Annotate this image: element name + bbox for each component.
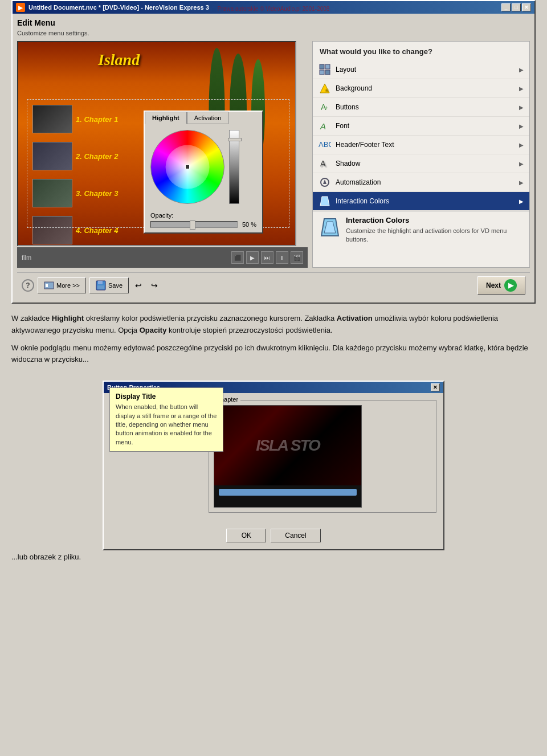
preview-icon-3[interactable]: ⏭ xyxy=(261,251,274,264)
menu-item-label-layout: Layout xyxy=(336,66,515,73)
menu-item-interaction-colors[interactable]: Interaction Colors ▶ xyxy=(313,192,529,211)
brightness-slider[interactable] xyxy=(229,130,239,204)
description-para1: W zakładce Highlight określamy kolor pod… xyxy=(11,313,536,337)
menu-item-label-background: Background xyxy=(336,84,515,92)
opacity-label: Opacity: xyxy=(150,212,256,219)
next-icon: ▶ xyxy=(504,279,517,292)
svg-rect-19 xyxy=(98,281,103,284)
save-button[interactable]: Save xyxy=(89,277,129,293)
minimize-button[interactable]: _ xyxy=(501,3,511,11)
menu-arrow-layout: ▶ xyxy=(519,67,524,73)
color-picker-popup: Highlight Activation Opaci xyxy=(144,111,263,234)
svg-marker-13 xyxy=(320,197,329,206)
next-label: Next xyxy=(486,281,501,289)
page-title: Edit Menu xyxy=(17,18,530,27)
preview-icon-1[interactable]: ⬛ xyxy=(231,251,244,264)
undo-button[interactable]: ↩ xyxy=(132,279,145,292)
svg-text:+: + xyxy=(325,105,328,111)
menu-item-label-header-footer: Header/Footer Text xyxy=(336,141,515,149)
ok-button[interactable]: OK xyxy=(226,529,266,542)
help-button[interactable]: ? xyxy=(22,279,34,292)
menu-item-label-buttons: Buttons xyxy=(336,103,515,111)
svg-rect-0 xyxy=(320,64,324,69)
svg-text:ABC: ABC xyxy=(319,140,331,149)
window-title: Untitled Document.nvc * [DVD-Video] - Ne… xyxy=(28,4,209,11)
svg-rect-20 xyxy=(97,285,104,289)
save-label: Save xyxy=(108,282,123,289)
maximize-button[interactable]: □ xyxy=(512,3,521,11)
info-big-icon xyxy=(319,216,341,239)
menu-arrow-buttons: ▶ xyxy=(519,104,524,111)
tooltip-title: Display Title xyxy=(116,393,217,401)
app-icon: ▶ xyxy=(16,3,25,12)
svg-text:★: ★ xyxy=(324,87,329,93)
chapter-preview-image: ISLA STO xyxy=(214,406,361,485)
tab-activation[interactable]: Activation xyxy=(187,112,229,124)
menu-item-buttons[interactable]: A+ Buttons ▶ xyxy=(313,98,529,117)
buttons-icon: A+ xyxy=(319,101,331,113)
preview-icon-4[interactable]: ⏸ xyxy=(276,251,288,264)
opacity-track[interactable] xyxy=(150,221,238,228)
menu-item-shadow[interactable]: A Shadow ▶ xyxy=(313,154,529,173)
menu-item-layout[interactable]: Layout ▶ xyxy=(313,60,529,79)
menu-arrow-header-footer: ▶ xyxy=(519,142,524,148)
menu-item-font[interactable]: A Font ▶ xyxy=(313,117,529,136)
tooltip-text: When enabled, the button will display a … xyxy=(116,403,217,447)
opacity-bold: Opacity xyxy=(140,326,167,334)
layout-icon xyxy=(319,63,331,76)
next-button[interactable]: Next ▶ xyxy=(477,276,525,295)
brightness-handle[interactable] xyxy=(228,138,242,141)
more-label: More >> xyxy=(56,282,80,289)
font-icon: A xyxy=(319,120,331,132)
opacity-thumb[interactable] xyxy=(190,220,195,230)
film-label: film xyxy=(22,254,31,261)
close-button[interactable]: ✕ xyxy=(522,3,531,11)
dialog-close-button[interactable]: ✕ xyxy=(431,383,440,391)
color-wheel[interactable] xyxy=(150,130,224,204)
svg-marker-12 xyxy=(323,179,326,184)
info-desc: Customize the highlight and activation c… xyxy=(346,227,524,244)
menu-item-label-automatization: Automatization xyxy=(336,178,515,186)
highlight-bold: Highlight xyxy=(52,314,84,322)
menu-arrow-font: ▶ xyxy=(519,123,524,129)
save-icon xyxy=(96,280,106,291)
color-wheel-dot[interactable] xyxy=(185,165,190,169)
preview-footer: film ⬛ ▶ ⏭ ⏸ 🎬 xyxy=(17,247,308,268)
redo-button[interactable]: ↪ xyxy=(148,279,161,292)
info-title: Interaction Colors xyxy=(346,216,524,224)
svg-text:A: A xyxy=(320,159,326,168)
tab-highlight[interactable]: Highlight xyxy=(145,112,187,124)
menu-item-label-interaction-colors: Interaction Colors xyxy=(336,197,515,205)
more-button[interactable]: More >> xyxy=(38,277,86,293)
right-panel: What would you like to change? Layout ▶ … xyxy=(312,41,530,268)
svg-rect-2 xyxy=(320,70,324,75)
description-para2: W oknie podglądu menu możemy edytować po… xyxy=(11,342,536,366)
description-area: W zakładce Highlight określamy kolor pod… xyxy=(0,304,547,381)
preview-canvas: Island 1. Chapter 1 2. Chapter 2 3. Chap… xyxy=(17,41,296,246)
right-panel-header: What would you like to change? xyxy=(313,42,529,60)
preview-icon-5[interactable]: 🎬 xyxy=(291,251,303,264)
button-properties-dialog: Button Properties ✕ Content type: xyxy=(103,381,444,550)
chapter-group-box: Chapter ISLA STO xyxy=(209,400,436,513)
menu-arrow-automatization: ▶ xyxy=(519,179,524,186)
cancel-button[interactable]: Cancel xyxy=(271,529,320,542)
more-icon xyxy=(44,280,54,291)
preview-icon-2[interactable]: ▶ xyxy=(246,251,259,264)
menu-item-label-shadow: Shadow xyxy=(336,160,515,167)
menu-item-background[interactable]: ★ Background ▶ xyxy=(313,79,529,98)
info-panel: Interaction Colors Customize the highlig… xyxy=(313,211,529,249)
final-text-content: ...lub obrazek z pliku. xyxy=(11,553,81,561)
final-text: ...lub obrazek z pliku. xyxy=(0,550,547,570)
chapter-progress-bar[interactable] xyxy=(219,489,357,496)
preview-title: Island xyxy=(98,51,140,69)
menu-item-header-footer[interactable]: ABC Header/Footer Text ▶ xyxy=(313,136,529,154)
svg-text:A: A xyxy=(320,121,326,131)
svg-rect-3 xyxy=(325,70,330,75)
menu-arrow-background: ▶ xyxy=(519,85,524,92)
activation-bold: Activation xyxy=(337,314,373,322)
opacity-value: 50 % xyxy=(242,221,256,228)
menu-item-automatization[interactable]: Automatization ▶ xyxy=(313,173,529,192)
dialog-buttons: OK Cancel xyxy=(104,524,443,549)
svg-rect-17 xyxy=(46,284,48,287)
shadow-icon: A xyxy=(319,157,331,170)
